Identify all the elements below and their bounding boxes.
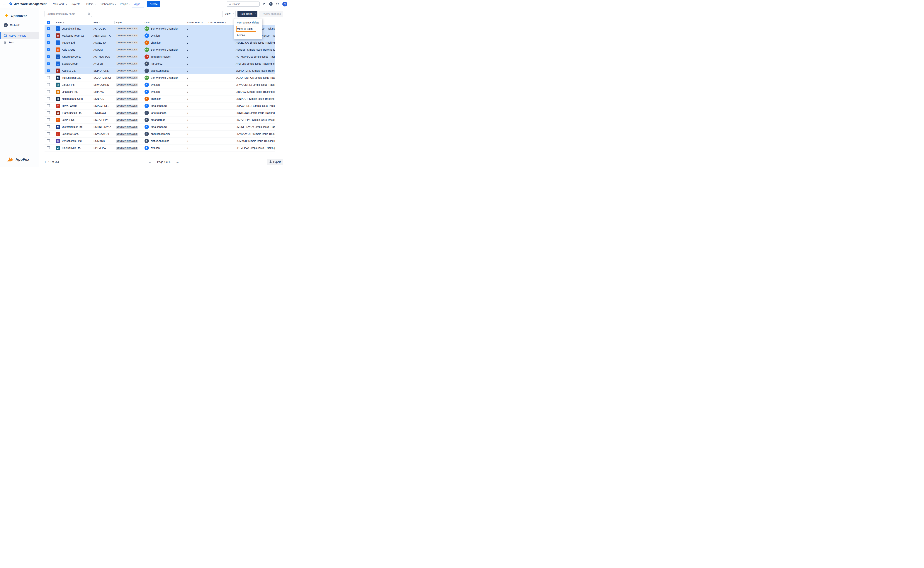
table-row[interactable]: ✓ ◆ Apoju & Co. BDPIORCRL COMPANY MANAGE… — [45, 67, 275, 74]
table-row[interactable]: ▨ Nelgutagaful Corp. BKNPDDT COMPANY MAN… — [45, 95, 275, 102]
project-name[interactable]: Jebiz & Co. — [62, 118, 75, 121]
sort-icon: ⇅ — [224, 21, 226, 24]
row-checkbox[interactable] — [47, 146, 50, 149]
view-button[interactable]: View — [222, 11, 236, 17]
project-name[interactable]: Nelgutagaful Corp. — [62, 97, 83, 100]
go-back-button[interactable]: ← Go back — [0, 22, 39, 30]
project-name[interactable]: Tujifunekbel Ltd. — [62, 76, 81, 79]
project-name[interactable]: Josjanro Corp. — [62, 133, 79, 135]
table-row[interactable]: ● Josjanro Corp. BNVSKAYOIL COMPANY MANA… — [45, 130, 275, 137]
table-row[interactable]: ◩ Uletefojakukig Ltd. BMBNFBSVKZ COMPANY… — [45, 123, 275, 130]
announcements-icon[interactable] — [263, 3, 266, 6]
clear-search-icon[interactable]: ✕ — [88, 12, 90, 15]
project-name[interactable]: Hovzu Group — [62, 104, 77, 107]
project-key: AYLFJR — [94, 62, 103, 65]
project-name[interactable]: Vensazofojku Ltd. — [62, 139, 82, 142]
table-row[interactable]: ▣ Tujifunekbel Ltd. BGJORMYROI COMPANY M… — [45, 74, 275, 81]
row-checkbox[interactable] — [47, 104, 50, 107]
nav-dashboards[interactable]: Dashboards — [98, 0, 118, 8]
row-checkbox[interactable] — [47, 139, 50, 142]
bulk-action-button[interactable]: Bulk action — [237, 11, 257, 17]
nav-your-work[interactable]: Your work — [51, 0, 69, 8]
sidebar-item-trash[interactable]: Trash — [0, 39, 39, 46]
project-name[interactable]: Agfo Group — [62, 48, 75, 51]
column-name[interactable]: Name⇅ — [54, 20, 92, 25]
user-avatar[interactable]: JR — [282, 2, 287, 6]
jira-home-link[interactable]: Jira Work Management — [9, 2, 47, 6]
table-row[interactable]: ▤ Etamubazjod Ltd. BKSTRXQ COMPANY MANAG… — [45, 109, 275, 116]
table-row[interactable]: ✓ ☁ Tuthooj Ltd. ASOEGYA COMPANY MANAGED… — [45, 39, 275, 46]
sidebar-item-active-projects[interactable]: Active Projects — [0, 32, 39, 39]
column-last-updated[interactable]: Last Updated⇅ — [207, 20, 234, 25]
column-lead[interactable]: Lead — [143, 20, 185, 25]
table-row[interactable]: ▤ Jinaceara Inc. BIRKIVX COMPANY MANAGED… — [45, 88, 275, 95]
project-name[interactable]: Apoju & Co. — [62, 69, 76, 72]
column-issue-count[interactable]: Issue Count⇅ — [185, 20, 207, 25]
nav-filters[interactable]: Filters — [84, 0, 98, 8]
help-icon[interactable]: ? — [269, 2, 272, 6]
row-checkbox[interactable]: ✓ — [47, 34, 50, 37]
next-page-arrow[interactable]: → — [176, 160, 179, 164]
menu-item-move-to-trash[interactable]: Move to trash — [234, 26, 262, 32]
row-checkbox[interactable] — [47, 132, 50, 135]
global-search-input[interactable] — [227, 1, 260, 7]
table-row[interactable]: ▣ Fiheluohvuc Ltd. BPTVEPW COMPANY MANAG… — [45, 145, 275, 151]
project-name[interactable]: Tuthooj Ltd. — [62, 41, 76, 44]
project-search-input[interactable] — [45, 11, 92, 17]
project-name[interactable]: Juupobejani Inc. — [62, 27, 81, 30]
table-row[interactable]: ◎ Zafuczi Inc. BHWSUMRN COMPANY MANAGED … — [45, 81, 275, 88]
create-button[interactable]: Create — [147, 1, 160, 7]
project-summary: BKNPDDT: Simple Issue Tracking I... — [236, 97, 275, 100]
table-row[interactable]: ✓ ▥ Agfo Group ASULSF COMPANY MANAGED BW… — [45, 46, 275, 53]
row-checkbox[interactable] — [47, 125, 50, 128]
column-style[interactable]: Style — [114, 20, 143, 25]
project-name[interactable]: Zafuczi Inc. — [62, 83, 75, 86]
project-name[interactable]: Kihujlufuw Corp. — [62, 55, 81, 58]
settings-gear-icon[interactable]: ⚙ — [276, 2, 279, 6]
table-row[interactable]: ✓ ☁ Susiok Group AYLFJR COMPANY MANAGED … — [45, 60, 275, 67]
menu-item-archive[interactable]: Archive — [234, 32, 262, 38]
row-checkbox[interactable] — [47, 118, 50, 121]
lead-avatar: J — [145, 111, 149, 115]
row-checkbox[interactable]: ✓ — [47, 69, 50, 73]
select-all-checkbox[interactable]: ✓ — [47, 21, 50, 24]
issue-count: 0 — [187, 76, 188, 79]
review-changes-button[interactable]: Review changes — [259, 11, 283, 17]
lead-name: zlatica.chalupka — [151, 139, 169, 142]
column-key[interactable]: Key⇅ — [92, 20, 114, 25]
projects-table: ✓ Name⇅ Key⇅ Style Lead Issue Count⇅ Las… — [45, 20, 275, 152]
project-avatar: ▣ — [56, 76, 60, 80]
lead-avatar: A — [145, 132, 149, 136]
row-checkbox[interactable] — [47, 76, 50, 79]
last-updated: - — [209, 41, 209, 44]
project-name[interactable]: Etamubazjod Ltd. — [62, 111, 82, 114]
row-checkbox[interactable]: ✓ — [47, 62, 50, 65]
project-key: AEOTLOQTFG — [94, 34, 111, 37]
row-checkbox[interactable] — [47, 83, 50, 86]
row-checkbox[interactable] — [47, 90, 50, 93]
project-name[interactable]: Uletefojakukig Ltd. — [62, 125, 83, 128]
nav-projects[interactable]: Projects — [69, 0, 85, 8]
nav-people[interactable]: People — [118, 0, 132, 8]
menu-item-permanently-delete[interactable]: Permanently delete — [234, 20, 262, 26]
row-checkbox[interactable]: ✓ — [47, 56, 50, 58]
project-name[interactable]: Marketing Team v2 — [62, 34, 84, 37]
row-checkbox[interactable]: ✓ — [47, 48, 50, 51]
style-badge: COMPANY MANAGED — [116, 125, 138, 128]
app-switcher-icon[interactable] — [3, 2, 7, 6]
export-button[interactable]: Export — [267, 159, 283, 165]
table-row[interactable]: ∷ Jebiz & Co. BKZZJHPPK COMPANY MANAGED … — [45, 116, 275, 123]
project-name[interactable]: Jinaceara Inc. — [62, 90, 78, 93]
row-checkbox[interactable] — [47, 111, 50, 114]
project-name[interactable]: Fiheluohvuc Ltd. — [62, 147, 81, 150]
table-row[interactable]: ✚ Hovzu Group BKPGVHNLB COMPANY MANAGED … — [45, 102, 275, 109]
table-row[interactable]: ✓ ☁ Kihujlufuw Corp. AUTMOVYGS COMPANY M… — [45, 53, 275, 60]
previous-page-arrow[interactable]: ← — [148, 160, 152, 164]
row-checkbox[interactable]: ✓ — [47, 27, 50, 30]
issue-count: 0 — [187, 62, 188, 65]
nav-apps[interactable]: Apps — [132, 0, 144, 8]
row-checkbox[interactable]: ✓ — [47, 41, 50, 44]
row-checkbox[interactable] — [47, 97, 50, 100]
project-name[interactable]: Susiok Group — [62, 62, 78, 65]
table-row[interactable]: ◉ Vensazofojku Ltd. BOMKUB COMPANY MANAG… — [45, 137, 275, 145]
